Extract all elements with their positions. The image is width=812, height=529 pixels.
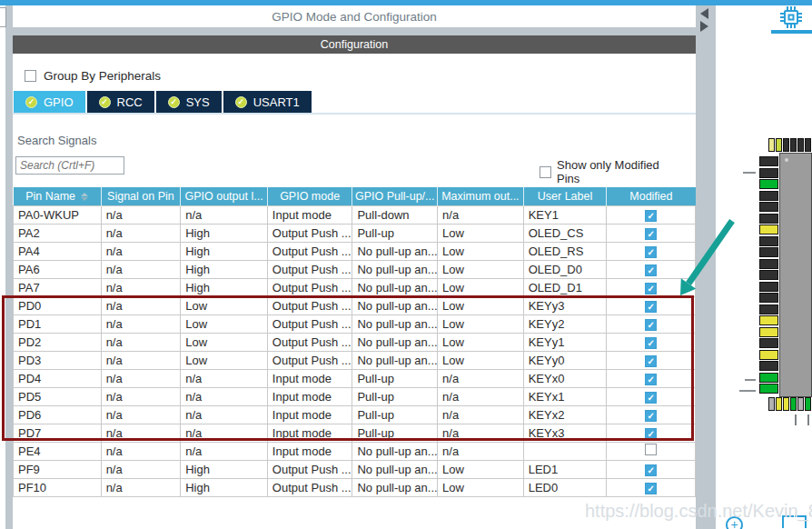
cell[interactable]: KEYy3 [523, 296, 607, 314]
cell[interactable]: High [181, 242, 268, 260]
cell[interactable]: n/a [101, 242, 181, 260]
cell[interactable]: High [181, 278, 268, 296]
tab-usart1[interactable]: ✓USART1 [223, 91, 312, 113]
tab-gpio[interactable]: ✓GPIO [14, 91, 85, 113]
cell[interactable]: Low [438, 478, 524, 496]
cell[interactable]: Output Push ... [267, 242, 352, 260]
cell[interactable]: n/a [101, 442, 181, 460]
cell[interactable]: Pull-up [352, 387, 438, 405]
cell[interactable]: High [181, 460, 268, 478]
cell[interactable]: n/a [181, 205, 268, 224]
modified-checkbox[interactable]: ✓ [645, 246, 657, 258]
cell[interactable]: Low [438, 224, 524, 242]
cell[interactable]: OLED_RS [523, 242, 607, 260]
cell[interactable]: Pull-down [352, 205, 438, 224]
cell[interactable]: n/a [101, 405, 181, 424]
cell[interactable]: No pull-up an... [352, 296, 438, 314]
chip-pin[interactable] [759, 202, 778, 212]
cell[interactable]: n/a [101, 460, 181, 478]
cell[interactable]: KEYx1 [523, 387, 607, 405]
table-row-pa7[interactable]: PA7n/aHighOutput Push ...No pull-up an..… [14, 278, 696, 296]
chip-pin[interactable] [759, 179, 778, 189]
table-row-pd6[interactable]: PD6n/an/aInput modePull-upn/aKEYx2✓ [14, 405, 696, 424]
show-modified-checkbox[interactable] [540, 166, 551, 178]
table-row-pf10[interactable]: PF10n/aHighOutput Push ...No pull-up an.… [14, 478, 696, 496]
table-row-pd5[interactable]: PD5n/an/aInput modePull-upn/aKEYx1✓ [14, 387, 696, 405]
cell[interactable]: Low [438, 351, 524, 369]
chip-pin[interactable] [805, 397, 811, 411]
chip-pin[interactable] [805, 138, 811, 152]
cell[interactable]: n/a [101, 296, 181, 314]
table-row-pd1[interactable]: PD1n/aLowOutput Push ...No pull-up an...… [14, 314, 696, 333]
cell[interactable]: Low [438, 460, 524, 478]
cell[interactable]: Input mode [267, 442, 352, 460]
cell[interactable]: Output Push ... [267, 314, 352, 333]
cell[interactable]: Output Push ... [267, 460, 352, 478]
table-row-pa6[interactable]: PA6n/aHighOutput Push ...No pull-up an..… [14, 260, 696, 278]
cell[interactable]: Input mode [267, 405, 352, 424]
cell[interactable]: Input mode [267, 205, 352, 224]
cell[interactable]: Low [181, 296, 268, 314]
best-fit-icon[interactable] [782, 515, 794, 528]
cell[interactable]: n/a [438, 424, 524, 442]
cell[interactable]: Pull-up [352, 424, 438, 442]
cell[interactable]: PF9 [14, 460, 102, 478]
cell[interactable]: PD2 [14, 333, 102, 351]
cell[interactable]: No pull-up an... [352, 278, 438, 296]
cell[interactable]: Pull-up [352, 369, 438, 387]
table-row-pa2[interactable]: PA2n/aHighOutput Push ...Pull-upLowOLED_… [14, 224, 696, 242]
best-fit-icon[interactable] [795, 515, 807, 528]
modified-checkbox[interactable]: ✓ [645, 392, 657, 404]
cell[interactable]: PD1 [14, 314, 102, 333]
column-header-user-label[interactable]: User Label [523, 187, 607, 205]
chip-pin[interactable] [768, 138, 775, 152]
column-header-maximum-out[interactable]: Maximum out... [438, 187, 524, 205]
cell[interactable]: Output Push ... [267, 224, 352, 242]
cell[interactable]: n/a [438, 387, 524, 405]
modified-checkbox[interactable] [645, 444, 657, 455]
cell[interactable]: n/a [438, 405, 524, 424]
cell[interactable]: PA0-WKUP [14, 205, 102, 224]
zoom-in-button[interactable]: + [726, 516, 743, 529]
cell[interactable]: Output Push ... [267, 351, 352, 369]
table-row-pd0[interactable]: PD0n/aLowOutput Push ...No pull-up an...… [14, 296, 696, 314]
group-by-peripherals-checkbox[interactable] [25, 70, 36, 82]
column-header-gpio-mode[interactable]: GPIO mode [267, 187, 352, 205]
cell[interactable]: No pull-up an... [352, 260, 438, 278]
cell[interactable]: KEYy0 [523, 351, 607, 369]
cell[interactable]: PD6 [14, 405, 102, 424]
cell[interactable]: n/a [181, 405, 268, 424]
modified-checkbox[interactable]: ✓ [645, 228, 657, 240]
cell[interactable]: n/a [101, 314, 181, 333]
chip-pin[interactable] [797, 397, 804, 411]
table-row-pf9[interactable]: PF9n/aHighOutput Push ...No pull-up an..… [14, 460, 696, 478]
cell[interactable]: OLED_D0 [523, 260, 607, 278]
chip-pin[interactable] [759, 315, 778, 325]
chip-pin[interactable] [759, 225, 778, 235]
cell[interactable]: PE4 [14, 442, 102, 460]
cell[interactable]: PF10 [14, 478, 102, 496]
cell[interactable]: High [181, 478, 268, 496]
cell[interactable]: Low [438, 278, 524, 296]
chip-pin[interactable] [759, 156, 778, 166]
cell[interactable]: No pull-up an... [352, 351, 438, 369]
tab-rcc[interactable]: ✓RCC [87, 91, 154, 113]
modified-checkbox[interactable]: ✓ [645, 319, 657, 331]
chip-pin[interactable] [797, 138, 804, 152]
cell[interactable]: Low [181, 314, 268, 333]
cell[interactable]: Low [438, 260, 524, 278]
cell[interactable]: PD5 [14, 387, 102, 405]
chip-pin[interactable] [759, 327, 778, 337]
table-row-pd3[interactable]: PD3n/aLowOutput Push ...No pull-up an...… [14, 351, 696, 369]
chip-pin[interactable] [759, 247, 778, 257]
chip-pin[interactable] [759, 361, 778, 371]
cell[interactable]: High [181, 224, 268, 242]
cell[interactable]: n/a [181, 369, 268, 387]
chip-pin[interactable] [776, 138, 782, 152]
cell[interactable]: No pull-up an... [352, 478, 438, 496]
cell[interactable]: Low [438, 242, 524, 260]
chip-pin[interactable] [759, 338, 778, 348]
table-row-pd2[interactable]: PD2n/aLowOutput Push ...No pull-up an...… [14, 333, 696, 351]
cell[interactable]: PD0 [14, 296, 102, 314]
cell[interactable]: Output Push ... [267, 478, 352, 496]
